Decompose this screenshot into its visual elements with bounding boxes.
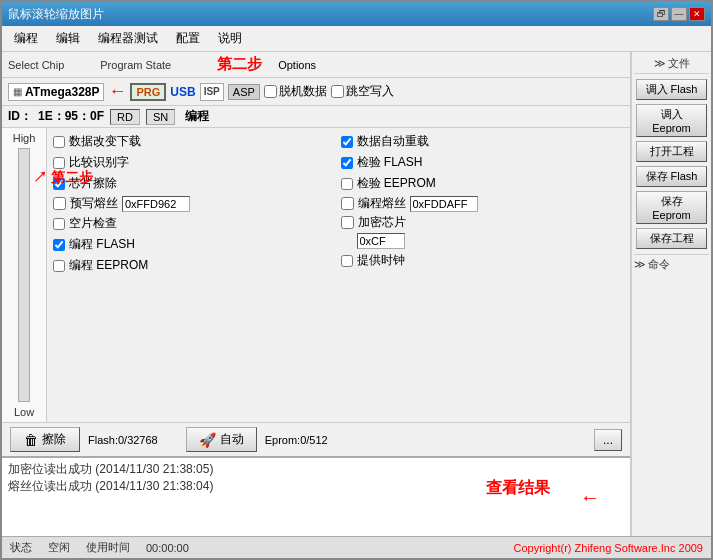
program-flash-label: 编程 FLASH [69,236,135,253]
check-flash-checkbox[interactable] [341,157,353,169]
cmd-section-title: ≫ 命令 [634,254,709,272]
load-eeprom-button[interactable]: 调入 Eeprom [636,104,707,137]
program-eeprom-checkbox[interactable] [53,260,65,272]
skip-label: 跳空写入 [346,83,394,100]
level-high: High [13,132,36,144]
menu-config[interactable]: 配置 [168,28,208,49]
col-left: 数据改变下载 比较识别字 芯片擦除 预写熔丝 [53,132,337,418]
provide-clock-label: 提供时钟 [357,252,405,269]
unlock-label: 脱机数据 [279,83,327,100]
open-project-button[interactable]: 打开工程 [636,141,707,162]
right-panel: ≫ 文件 调入 Flash 调入 Eeprom 打开工程 保存 Flash 保存… [631,52,711,536]
cmd-section-label: 命令 [648,257,670,272]
check-flash-row: 检验 FLASH [341,153,625,172]
more-button[interactable]: ... [594,429,622,451]
pre-fuse-checkbox[interactable] [53,197,66,210]
usb-label: USB [170,85,195,99]
empty-check-checkbox[interactable] [53,218,65,230]
toolbar-row-2: ▦ ATmega328P ← PRG USB ISP ASP [2,78,630,106]
save-project-button[interactable]: 保存工程 [636,228,707,249]
check-eeprom-checkbox[interactable] [341,178,353,190]
auto-label: 自动 [220,431,244,448]
menu-program[interactable]: 编程 [6,28,46,49]
asp-label: ASP [228,84,260,100]
menu-edit[interactable]: 编辑 [48,28,88,49]
file-section-label: 文件 [668,56,690,71]
check-eeprom-row: 检验 EEPROM [341,174,625,193]
chip-icon: ▦ [13,86,22,97]
auto-reload-row: 数据自动重载 [341,132,625,151]
window-controls: 🗗 — ✕ [653,7,705,21]
skip-cb-row: 跳空写入 [331,83,394,100]
select-chip-label: Select Chip [8,59,64,71]
rd-button[interactable]: RD [110,109,140,125]
arrow-left-icon: ← [108,81,126,102]
flash-info: Flash:0/32768 [88,434,158,446]
load-flash-button[interactable]: 调入 Flash [636,79,707,100]
program-flash-checkbox[interactable] [53,239,65,251]
menu-programmer-test[interactable]: 编程器测试 [90,28,166,49]
left-panel: Select Chip Program State 第二步 Options ▦ … [2,52,631,536]
level-low: Low [14,406,34,418]
pre-fuse-input[interactable]: 0xFFD962 [122,196,190,212]
options-grid: 数据改变下载 比较识别字 芯片擦除 预写熔丝 [47,128,630,422]
encrypt-value-input[interactable]: 0xCF [357,233,405,249]
isp-box: ISP [200,83,224,101]
main-window: 鼠标滚轮缩放图片 🗗 — ✕ 编程 编辑 编程器测试 配置 说明 Select … [0,0,713,560]
skip-checkbox[interactable] [331,85,344,98]
program-section: High ↗ 第二步 Low 数据改变下载 [2,128,630,422]
minimize-button[interactable]: — [671,7,687,21]
col-right: 数据自动重载 检验 FLASH 检验 EEPROM 编程熔丝 [341,132,625,418]
time-label: 使用时间 [86,540,130,555]
data-change-label: 数据改变下载 [69,133,141,150]
id-label: ID： [8,108,32,125]
level-bar-visual: ↗ 第二步 [18,148,30,402]
prg-button[interactable]: PRG [130,83,166,101]
id-row: ID： 1E：95：0F RD SN 编程 [2,106,630,128]
restore-button[interactable]: 🗗 [653,7,669,21]
compare-row: 比较识别字 [53,153,337,172]
bottom-buttons-bar: 🗑 擦除 Flash:0/32768 🚀 自动 Eprom:0/512 ... [2,422,630,456]
toolbar-row-1: Select Chip Program State 第二步 Options [2,52,630,78]
encrypt-value-row: 0xCF [341,233,625,249]
compare-checkbox[interactable] [53,157,65,169]
chip-section: Select Chip [8,59,64,71]
program-fuse-checkbox[interactable] [341,197,354,210]
encrypt-chip-checkbox[interactable] [341,216,354,229]
step2-arrow-annotation: ↗ 第二步 [33,169,93,187]
sn-button[interactable]: SN [146,109,175,125]
pre-fuse-row: 预写熔丝 0xFFD962 [53,195,337,212]
encrypt-chip-label: 加密芯片 [358,214,406,231]
check-result-annotation: 查看结果 [486,478,550,499]
chip-display: ▦ ATmega328P [8,83,104,101]
chip-erase-row: 芯片擦除 [53,174,337,193]
chip-name: ATmega328P [25,85,99,99]
provide-clock-row: 提供时钟 [341,251,625,270]
auto-button[interactable]: 🚀 自动 [186,427,257,452]
auto-reload-checkbox[interactable] [341,136,353,148]
file-section-title: ≫ 文件 [634,56,709,74]
title-bar: 鼠标滚轮缩放图片 🗗 — ✕ [2,2,711,26]
program-eeprom-label: 编程 EEPROM [69,257,148,274]
menu-bar: 编程 编辑 编程器测试 配置 说明 [2,26,711,52]
check-eeprom-label: 检验 EEPROM [357,175,436,192]
program-flash-row: 编程 FLASH [53,235,337,254]
status-bar: 状态 空闲 使用时间 00:00:00 Copyright(r) Zhifeng… [2,536,711,558]
menu-help[interactable]: 说明 [210,28,250,49]
window-title: 鼠标滚轮缩放图片 [8,6,104,23]
provide-clock-checkbox[interactable] [341,255,353,267]
program-fuse-row: 编程熔丝 0xFDDAFF [341,195,625,212]
log-panel: 加密位读出成功 (2014/11/30 21:38:05) 熔丝位读出成功 (2… [2,456,630,536]
save-flash-button[interactable]: 保存 Flash [636,166,707,187]
unlock-checkbox[interactable] [264,85,277,98]
id-value: 1E：95：0F [38,108,104,125]
log-line-1: 加密位读出成功 (2014/11/30 21:38:05) [8,461,624,478]
data-change-checkbox[interactable] [53,136,65,148]
program-fuse-input[interactable]: 0xFDDAFF [410,196,478,212]
check-flash-label: 检验 FLASH [357,154,423,171]
save-eeprom-button[interactable]: 保存 Eeprom [636,191,707,224]
status-label: 状态 [10,540,32,555]
close-button[interactable]: ✕ [689,7,705,21]
erase-button[interactable]: 🗑 擦除 [10,427,80,452]
options-label: Options [278,59,316,71]
